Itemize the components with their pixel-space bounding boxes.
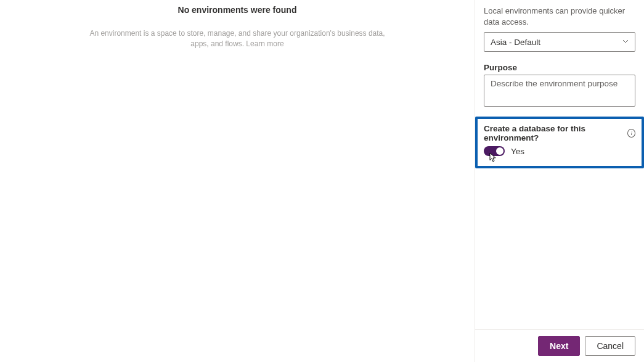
- create-database-toggle[interactable]: [484, 146, 505, 156]
- info-icon[interactable]: i: [627, 129, 635, 138]
- create-database-label: Create a database for this environment?: [484, 124, 624, 142]
- empty-state-text: An environment is a space to store, mana…: [89, 29, 385, 48]
- learn-more-link[interactable]: Learn more: [246, 39, 283, 48]
- toggle-knob: [496, 147, 503, 155]
- toggle-state-label: Yes: [511, 147, 524, 156]
- main-content: No environments were found An environmen…: [0, 0, 475, 362]
- panel-footer: Next Cancel: [475, 329, 644, 362]
- next-button[interactable]: Next: [538, 336, 580, 356]
- create-database-highlight: Create a database for this environment? …: [475, 117, 644, 168]
- region-select[interactable]: Asia - Default: [484, 32, 635, 52]
- purpose-textarea[interactable]: [484, 75, 635, 107]
- empty-state-subtitle: An environment is a space to store, mana…: [89, 28, 385, 49]
- region-help-text: Local environments can provide quicker d…: [484, 6, 635, 27]
- cursor-icon: [487, 152, 497, 165]
- cancel-button[interactable]: Cancel: [585, 336, 635, 356]
- region-label: Region *: [484, 0, 635, 2]
- empty-state-title: No environments were found: [0, 5, 475, 15]
- new-environment-panel: Region * Local environments can provide …: [475, 0, 644, 362]
- region-select-wrap: Asia - Default: [484, 32, 635, 52]
- purpose-label: Purpose: [484, 63, 635, 72]
